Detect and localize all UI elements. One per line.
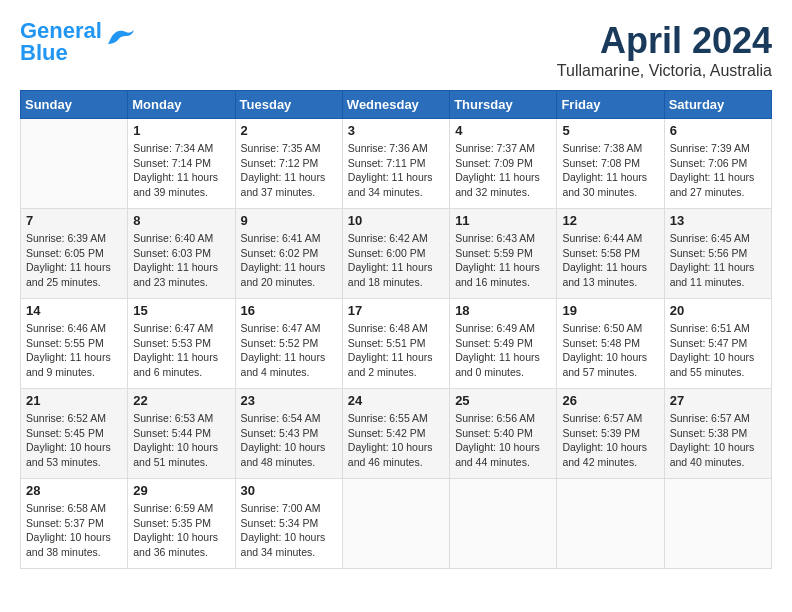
header-tuesday: Tuesday	[235, 91, 342, 119]
day-info: Sunrise: 6:57 AMSunset: 5:39 PMDaylight:…	[562, 411, 658, 470]
day-info: Sunrise: 6:44 AMSunset: 5:58 PMDaylight:…	[562, 231, 658, 290]
day-info: Sunrise: 6:41 AMSunset: 6:02 PMDaylight:…	[241, 231, 337, 290]
day-number: 6	[670, 123, 766, 138]
calendar-cell: 18Sunrise: 6:49 AMSunset: 5:49 PMDayligh…	[450, 299, 557, 389]
day-number: 21	[26, 393, 122, 408]
calendar-cell: 17Sunrise: 6:48 AMSunset: 5:51 PMDayligh…	[342, 299, 449, 389]
header-saturday: Saturday	[664, 91, 771, 119]
day-number: 3	[348, 123, 444, 138]
day-info: Sunrise: 6:52 AMSunset: 5:45 PMDaylight:…	[26, 411, 122, 470]
day-info: Sunrise: 7:00 AMSunset: 5:34 PMDaylight:…	[241, 501, 337, 560]
day-number: 9	[241, 213, 337, 228]
calendar-cell: 11Sunrise: 6:43 AMSunset: 5:59 PMDayligh…	[450, 209, 557, 299]
day-number: 30	[241, 483, 337, 498]
day-number: 15	[133, 303, 229, 318]
calendar-cell: 2Sunrise: 7:35 AMSunset: 7:12 PMDaylight…	[235, 119, 342, 209]
calendar-cell	[342, 479, 449, 569]
calendar-cell: 3Sunrise: 7:36 AMSunset: 7:11 PMDaylight…	[342, 119, 449, 209]
month-title: April 2024	[557, 20, 772, 62]
calendar-cell	[21, 119, 128, 209]
calendar-cell: 25Sunrise: 6:56 AMSunset: 5:40 PMDayligh…	[450, 389, 557, 479]
header-wednesday: Wednesday	[342, 91, 449, 119]
calendar-cell: 6Sunrise: 7:39 AMSunset: 7:06 PMDaylight…	[664, 119, 771, 209]
calendar-cell: 16Sunrise: 6:47 AMSunset: 5:52 PMDayligh…	[235, 299, 342, 389]
calendar-cell: 23Sunrise: 6:54 AMSunset: 5:43 PMDayligh…	[235, 389, 342, 479]
calendar-cell	[450, 479, 557, 569]
calendar-cell: 10Sunrise: 6:42 AMSunset: 6:00 PMDayligh…	[342, 209, 449, 299]
day-info: Sunrise: 6:39 AMSunset: 6:05 PMDaylight:…	[26, 231, 122, 290]
day-info: Sunrise: 6:43 AMSunset: 5:59 PMDaylight:…	[455, 231, 551, 290]
day-info: Sunrise: 6:53 AMSunset: 5:44 PMDaylight:…	[133, 411, 229, 470]
day-info: Sunrise: 6:51 AMSunset: 5:47 PMDaylight:…	[670, 321, 766, 380]
day-info: Sunrise: 6:46 AMSunset: 5:55 PMDaylight:…	[26, 321, 122, 380]
header-friday: Friday	[557, 91, 664, 119]
calendar-cell: 20Sunrise: 6:51 AMSunset: 5:47 PMDayligh…	[664, 299, 771, 389]
calendar-cell	[557, 479, 664, 569]
day-number: 5	[562, 123, 658, 138]
day-number: 18	[455, 303, 551, 318]
day-number: 20	[670, 303, 766, 318]
day-number: 28	[26, 483, 122, 498]
calendar-week-1: 1Sunrise: 7:34 AMSunset: 7:14 PMDaylight…	[21, 119, 772, 209]
calendar-cell: 4Sunrise: 7:37 AMSunset: 7:09 PMDaylight…	[450, 119, 557, 209]
calendar-table: SundayMondayTuesdayWednesdayThursdayFrid…	[20, 90, 772, 569]
calendar-cell: 28Sunrise: 6:58 AMSunset: 5:37 PMDayligh…	[21, 479, 128, 569]
calendar-cell: 27Sunrise: 6:57 AMSunset: 5:38 PMDayligh…	[664, 389, 771, 479]
day-number: 7	[26, 213, 122, 228]
day-number: 11	[455, 213, 551, 228]
calendar-cell: 14Sunrise: 6:46 AMSunset: 5:55 PMDayligh…	[21, 299, 128, 389]
day-info: Sunrise: 7:35 AMSunset: 7:12 PMDaylight:…	[241, 141, 337, 200]
day-number: 8	[133, 213, 229, 228]
day-info: Sunrise: 6:50 AMSunset: 5:48 PMDaylight:…	[562, 321, 658, 380]
calendar-week-2: 7Sunrise: 6:39 AMSunset: 6:05 PMDaylight…	[21, 209, 772, 299]
day-info: Sunrise: 6:56 AMSunset: 5:40 PMDaylight:…	[455, 411, 551, 470]
calendar-cell: 7Sunrise: 6:39 AMSunset: 6:05 PMDaylight…	[21, 209, 128, 299]
calendar-cell: 29Sunrise: 6:59 AMSunset: 5:35 PMDayligh…	[128, 479, 235, 569]
day-number: 14	[26, 303, 122, 318]
location-subtitle: Tullamarine, Victoria, Australia	[557, 62, 772, 80]
calendar-cell: 30Sunrise: 7:00 AMSunset: 5:34 PMDayligh…	[235, 479, 342, 569]
day-number: 4	[455, 123, 551, 138]
day-number: 23	[241, 393, 337, 408]
day-number: 10	[348, 213, 444, 228]
day-number: 24	[348, 393, 444, 408]
day-info: Sunrise: 6:59 AMSunset: 5:35 PMDaylight:…	[133, 501, 229, 560]
day-number: 2	[241, 123, 337, 138]
day-info: Sunrise: 7:36 AMSunset: 7:11 PMDaylight:…	[348, 141, 444, 200]
day-info: Sunrise: 7:37 AMSunset: 7:09 PMDaylight:…	[455, 141, 551, 200]
day-number: 25	[455, 393, 551, 408]
day-number: 12	[562, 213, 658, 228]
day-number: 27	[670, 393, 766, 408]
day-number: 17	[348, 303, 444, 318]
calendar-week-5: 28Sunrise: 6:58 AMSunset: 5:37 PMDayligh…	[21, 479, 772, 569]
calendar-cell: 15Sunrise: 6:47 AMSunset: 5:53 PMDayligh…	[128, 299, 235, 389]
day-info: Sunrise: 7:39 AMSunset: 7:06 PMDaylight:…	[670, 141, 766, 200]
day-info: Sunrise: 6:58 AMSunset: 5:37 PMDaylight:…	[26, 501, 122, 560]
day-number: 1	[133, 123, 229, 138]
logo: GeneralBlue	[20, 20, 136, 64]
day-number: 29	[133, 483, 229, 498]
header-sunday: Sunday	[21, 91, 128, 119]
calendar-cell: 22Sunrise: 6:53 AMSunset: 5:44 PMDayligh…	[128, 389, 235, 479]
day-info: Sunrise: 6:40 AMSunset: 6:03 PMDaylight:…	[133, 231, 229, 290]
calendar-cell: 19Sunrise: 6:50 AMSunset: 5:48 PMDayligh…	[557, 299, 664, 389]
calendar-week-3: 14Sunrise: 6:46 AMSunset: 5:55 PMDayligh…	[21, 299, 772, 389]
day-info: Sunrise: 6:49 AMSunset: 5:49 PMDaylight:…	[455, 321, 551, 380]
calendar-cell: 21Sunrise: 6:52 AMSunset: 5:45 PMDayligh…	[21, 389, 128, 479]
calendar-cell: 5Sunrise: 7:38 AMSunset: 7:08 PMDaylight…	[557, 119, 664, 209]
calendar-cell: 9Sunrise: 6:41 AMSunset: 6:02 PMDaylight…	[235, 209, 342, 299]
day-info: Sunrise: 6:48 AMSunset: 5:51 PMDaylight:…	[348, 321, 444, 380]
header-monday: Monday	[128, 91, 235, 119]
day-info: Sunrise: 6:45 AMSunset: 5:56 PMDaylight:…	[670, 231, 766, 290]
day-number: 16	[241, 303, 337, 318]
logo-bird-icon	[104, 26, 136, 48]
day-info: Sunrise: 6:47 AMSunset: 5:52 PMDaylight:…	[241, 321, 337, 380]
calendar-cell: 8Sunrise: 6:40 AMSunset: 6:03 PMDaylight…	[128, 209, 235, 299]
calendar-header-row: SundayMondayTuesdayWednesdayThursdayFrid…	[21, 91, 772, 119]
day-info: Sunrise: 6:47 AMSunset: 5:53 PMDaylight:…	[133, 321, 229, 380]
calendar-cell: 12Sunrise: 6:44 AMSunset: 5:58 PMDayligh…	[557, 209, 664, 299]
page-header: GeneralBlue April 2024 Tullamarine, Vict…	[20, 20, 772, 80]
calendar-cell: 24Sunrise: 6:55 AMSunset: 5:42 PMDayligh…	[342, 389, 449, 479]
day-info: Sunrise: 7:38 AMSunset: 7:08 PMDaylight:…	[562, 141, 658, 200]
calendar-cell: 1Sunrise: 7:34 AMSunset: 7:14 PMDaylight…	[128, 119, 235, 209]
